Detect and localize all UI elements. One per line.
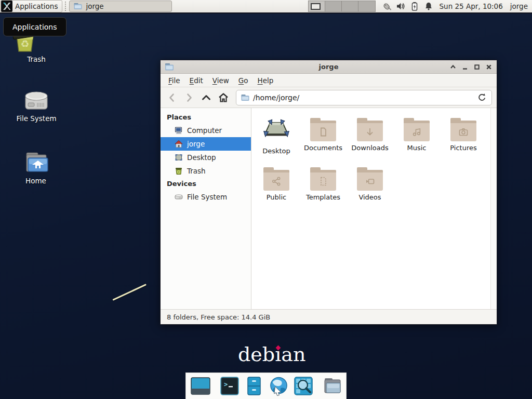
file-item-pictures[interactable]: Pictures [441, 115, 486, 165]
svg-text:♻: ♻ [20, 38, 29, 49]
video-emblem-icon [365, 176, 375, 187]
sidebar-item-label: File System [187, 193, 227, 201]
file-label: Videos [347, 193, 393, 201]
dock: > [185, 373, 347, 399]
workspace-4[interactable] [358, 1, 375, 11]
menu-go[interactable]: Go [235, 75, 252, 86]
home-icon[interactable] [217, 91, 230, 104]
shade-icon[interactable] [449, 63, 457, 71]
file-item-videos[interactable]: Videos [347, 165, 393, 214]
forward-icon[interactable] [182, 91, 196, 104]
scrollbar[interactable] [490, 108, 497, 309]
folder-icon [357, 121, 383, 141]
titlebar[interactable]: jorge [161, 60, 497, 74]
taskbar-window-label: jorge [86, 2, 103, 10]
window-folder-icon [165, 63, 174, 71]
panel-handle [65, 2, 68, 11]
applications-menu-label: Applications [15, 2, 58, 10]
app-finder-icon[interactable] [294, 376, 313, 396]
drive-icon [23, 88, 50, 112]
trash-icon [175, 167, 183, 175]
workspace-1[interactable] [309, 1, 325, 11]
camera-emblem-icon [458, 127, 469, 137]
path-folder-icon [241, 94, 249, 101]
file-item-desktop[interactable]: Desktop [254, 115, 299, 165]
battery-charging-icon[interactable] [410, 2, 419, 11]
folder-icon [263, 170, 289, 191]
home-folder-icon [23, 151, 49, 175]
file-item-downloads[interactable]: Downloads [347, 115, 393, 165]
files-grid: Desktop Documents [253, 115, 497, 214]
sidebar-item-desktop[interactable]: Desktop [161, 151, 251, 164]
window-title: jorge [161, 63, 497, 71]
sidebar-item-file-system[interactable]: File System [161, 190, 251, 204]
document-emblem-icon [318, 127, 328, 137]
file-item-templates[interactable]: Templates [300, 165, 346, 214]
file-cabinet-icon[interactable] [244, 376, 264, 396]
file-label: Documents [300, 144, 346, 152]
computer-icon [175, 126, 183, 135]
minimize-icon[interactable] [461, 63, 469, 71]
file-item-music[interactable]: Music [394, 115, 440, 165]
folder-icon [74, 3, 82, 10]
panel-clock[interactable]: Sun 25 Apr, 10:06 [440, 2, 503, 10]
menu-edit[interactable]: Edit [186, 75, 207, 86]
taskbar-window-button[interactable]: jorge [69, 1, 172, 12]
debian-logo-text: deb [238, 343, 275, 366]
desktop-icon [175, 153, 183, 162]
download-emblem-icon [365, 127, 375, 137]
folder-icon [310, 121, 336, 141]
svg-text:>: > [224, 381, 228, 388]
sidebar-item-computer[interactable]: Computer [161, 124, 251, 137]
folder-icon [450, 121, 476, 141]
desktop-icon-home[interactable]: Home [5, 148, 67, 185]
house-icon [175, 140, 183, 148]
file-item-public[interactable]: Public [254, 165, 299, 214]
menu-help[interactable]: Help [254, 75, 277, 86]
desktop-icon-file-system[interactable]: File System [5, 85, 68, 123]
cursor-line [112, 284, 147, 301]
notifications-bell-icon[interactable] [424, 2, 433, 11]
desktop-icon-label: File System [5, 114, 68, 123]
back-icon[interactable] [165, 91, 179, 104]
path-text: /home/jorge/ [253, 94, 473, 102]
applications-menu-logo-icon [1, 1, 12, 12]
applications-menu-button[interactable]: Applications [0, 0, 62, 12]
menu-view[interactable]: View [209, 75, 233, 86]
files-area: Desktop Documents [251, 108, 497, 309]
menu-file[interactable]: File [165, 75, 184, 86]
close-icon[interactable] [485, 63, 493, 71]
up-icon[interactable] [200, 91, 213, 104]
window-body: Places Computer jorge [161, 108, 497, 309]
file-label: Downloads [347, 144, 393, 152]
folder-icon [404, 121, 430, 141]
path-entry[interactable]: /home/jorge/ [236, 90, 492, 105]
maximize-icon[interactable] [473, 63, 481, 71]
sidebar-item-jorge[interactable]: jorge [161, 137, 251, 151]
toolbar: /home/jorge/ [161, 87, 497, 108]
file-label: Desktop [254, 147, 299, 155]
file-label: Pictures [441, 144, 486, 152]
file-item-documents[interactable]: Documents [300, 115, 346, 165]
statusbar: 8 folders, Free space: 14.4 GiB [161, 309, 497, 324]
window-controls [449, 63, 493, 71]
directory-menu-icon[interactable] [323, 376, 342, 396]
reload-icon[interactable] [476, 92, 487, 103]
workspace-3[interactable] [342, 1, 358, 11]
workspace-2[interactable] [325, 1, 342, 11]
terminal-icon[interactable]: > [220, 376, 240, 396]
input-device-icon[interactable] [382, 2, 391, 11]
sidebar-header-places: Places [161, 111, 251, 124]
sidebar-item-label: Trash [187, 167, 206, 175]
web-browser-icon[interactable] [269, 376, 289, 396]
share-emblem-icon [271, 176, 282, 187]
volume-icon[interactable] [396, 2, 405, 11]
top-panel: Applications jorge [0, 0, 532, 14]
file-manager-window: jorge File Edit View Go Help [160, 60, 497, 325]
desktop-icon-label: Home [5, 177, 67, 185]
statusbar-text: 8 folders, Free space: 14.4 GiB [167, 313, 270, 321]
sidebar-item-label: Desktop [187, 153, 216, 162]
show-desktop-icon[interactable] [191, 376, 210, 396]
sidebar-item-trash[interactable]: Trash [161, 164, 251, 178]
debian-logo: debıan [238, 343, 305, 366]
